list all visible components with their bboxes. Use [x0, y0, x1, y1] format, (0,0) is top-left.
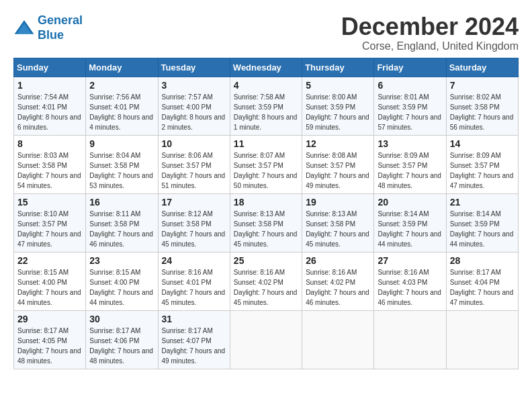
day-header-wednesday: Wednesday: [230, 58, 302, 77]
day-detail: Sunrise: 8:17 AM Sunset: 4:05 PM Dayligh…: [17, 327, 81, 365]
calendar-cell: 29 Sunrise: 8:17 AM Sunset: 4:05 PM Dayl…: [14, 310, 86, 369]
day-number: 11: [234, 138, 298, 149]
calendar-cell: 10 Sunrise: 8:06 AM Sunset: 3:57 PM Dayl…: [158, 135, 230, 193]
day-detail: Sunrise: 8:07 AM Sunset: 3:57 PM Dayligh…: [234, 152, 298, 189]
day-detail: Sunrise: 7:54 AM Sunset: 4:01 PM Dayligh…: [17, 93, 81, 131]
day-detail: Sunrise: 8:03 AM Sunset: 3:58 PM Dayligh…: [17, 152, 81, 189]
day-number: 25: [234, 255, 298, 266]
calendar-cell: 13 Sunrise: 8:09 AM Sunset: 3:57 PM Dayl…: [374, 135, 446, 193]
day-detail: Sunrise: 8:14 AM Sunset: 3:59 PM Dayligh…: [378, 210, 441, 248]
calendar-cell: 31 Sunrise: 8:17 AM Sunset: 4:07 PM Dayl…: [158, 310, 230, 369]
day-detail: Sunrise: 8:15 AM Sunset: 4:00 PM Dayligh…: [17, 269, 81, 306]
day-detail: Sunrise: 8:10 AM Sunset: 3:57 PM Dayligh…: [17, 210, 81, 248]
day-number: 22: [17, 255, 82, 266]
calendar-cell: 19 Sunrise: 8:13 AM Sunset: 3:58 PM Dayl…: [302, 193, 374, 252]
day-number: 12: [306, 138, 370, 149]
day-number: 15: [17, 197, 82, 208]
calendar-cell: 24 Sunrise: 8:16 AM Sunset: 4:01 PM Dayl…: [158, 252, 230, 310]
calendar-week-3: 15 Sunrise: 8:10 AM Sunset: 3:57 PM Dayl…: [14, 193, 519, 252]
page-header: General Blue December 2024 Corse, Englan…: [13, 13, 519, 52]
day-number: 13: [378, 138, 442, 149]
calendar-week-1: 1 Sunrise: 7:54 AM Sunset: 4:01 PM Dayli…: [14, 77, 519, 135]
day-number: 1: [17, 80, 82, 91]
day-header-saturday: Saturday: [446, 58, 518, 77]
day-number: 3: [162, 80, 226, 91]
day-number: 17: [162, 197, 226, 208]
calendar-cell: 27 Sunrise: 8:16 AM Sunset: 4:03 PM Dayl…: [374, 252, 446, 310]
day-number: 18: [234, 197, 298, 208]
calendar-cell: 30 Sunrise: 8:17 AM Sunset: 4:06 PM Dayl…: [86, 310, 158, 369]
day-number: 6: [378, 80, 442, 91]
day-detail: Sunrise: 8:02 AM Sunset: 3:58 PM Dayligh…: [450, 93, 514, 131]
day-detail: Sunrise: 8:01 AM Sunset: 3:59 PM Dayligh…: [378, 93, 441, 131]
calendar-cell: 25 Sunrise: 8:16 AM Sunset: 4:02 PM Dayl…: [230, 252, 302, 310]
calendar-table: SundayMondayTuesdayWednesdayThursdayFrid…: [13, 58, 519, 369]
calendar-cell: 22 Sunrise: 8:15 AM Sunset: 4:00 PM Dayl…: [14, 252, 86, 310]
calendar-cell: 21 Sunrise: 8:14 AM Sunset: 3:59 PM Dayl…: [446, 193, 518, 252]
calendar-header-row: SundayMondayTuesdayWednesdayThursdayFrid…: [14, 58, 519, 77]
day-detail: Sunrise: 8:17 AM Sunset: 4:06 PM Dayligh…: [89, 327, 153, 365]
calendar-cell: 9 Sunrise: 8:04 AM Sunset: 3:58 PM Dayli…: [86, 135, 158, 193]
day-number: 2: [89, 80, 154, 91]
day-number: 23: [89, 255, 154, 266]
day-detail: Sunrise: 8:17 AM Sunset: 4:04 PM Dayligh…: [450, 269, 514, 306]
calendar-cell: [230, 310, 302, 369]
day-detail: Sunrise: 8:17 AM Sunset: 4:07 PM Dayligh…: [162, 327, 226, 365]
calendar-cell: 4 Sunrise: 7:58 AM Sunset: 3:59 PM Dayli…: [230, 77, 302, 135]
day-detail: Sunrise: 8:00 AM Sunset: 3:59 PM Dayligh…: [306, 93, 369, 131]
day-number: 8: [17, 138, 82, 149]
day-header-tuesday: Tuesday: [158, 58, 230, 77]
day-number: 14: [450, 138, 515, 149]
calendar-cell: 2 Sunrise: 7:56 AM Sunset: 4:01 PM Dayli…: [86, 77, 158, 135]
day-number: 31: [162, 314, 226, 324]
day-detail: Sunrise: 7:58 AM Sunset: 3:59 PM Dayligh…: [234, 93, 298, 131]
day-number: 26: [306, 255, 370, 266]
day-detail: Sunrise: 8:12 AM Sunset: 3:58 PM Dayligh…: [162, 210, 226, 248]
calendar-cell: 18 Sunrise: 8:13 AM Sunset: 3:58 PM Dayl…: [230, 193, 302, 252]
calendar-week-2: 8 Sunrise: 8:03 AM Sunset: 3:58 PM Dayli…: [14, 135, 519, 193]
calendar-cell: 20 Sunrise: 8:14 AM Sunset: 3:59 PM Dayl…: [374, 193, 446, 252]
day-number: 19: [306, 197, 370, 208]
calendar-cell: 15 Sunrise: 8:10 AM Sunset: 3:57 PM Dayl…: [14, 193, 86, 252]
calendar-cell: [374, 310, 446, 369]
day-number: 5: [306, 80, 370, 91]
calendar-cell: 11 Sunrise: 8:07 AM Sunset: 3:57 PM Dayl…: [230, 135, 302, 193]
calendar-cell: 28 Sunrise: 8:17 AM Sunset: 4:04 PM Dayl…: [446, 252, 518, 310]
logo-text: General Blue: [38, 13, 83, 42]
day-detail: Sunrise: 8:09 AM Sunset: 3:57 PM Dayligh…: [378, 152, 441, 189]
day-detail: Sunrise: 8:04 AM Sunset: 3:58 PM Dayligh…: [89, 152, 153, 189]
day-number: 21: [450, 197, 515, 208]
logo: General Blue: [13, 13, 83, 42]
calendar-cell: 17 Sunrise: 8:12 AM Sunset: 3:58 PM Dayl…: [158, 193, 230, 252]
day-detail: Sunrise: 7:57 AM Sunset: 4:00 PM Dayligh…: [162, 93, 226, 131]
day-detail: Sunrise: 8:13 AM Sunset: 3:58 PM Dayligh…: [234, 210, 298, 248]
day-number: 28: [450, 255, 515, 266]
day-detail: Sunrise: 8:16 AM Sunset: 4:02 PM Dayligh…: [234, 269, 298, 306]
day-detail: Sunrise: 8:16 AM Sunset: 4:03 PM Dayligh…: [378, 269, 441, 306]
day-number: 29: [17, 314, 82, 324]
location: Corse, England, United Kingdom: [341, 40, 519, 52]
day-detail: Sunrise: 8:14 AM Sunset: 3:59 PM Dayligh…: [450, 210, 514, 248]
calendar-week-4: 22 Sunrise: 8:15 AM Sunset: 4:00 PM Dayl…: [14, 252, 519, 310]
day-header-thursday: Thursday: [302, 58, 374, 77]
day-detail: Sunrise: 8:06 AM Sunset: 3:57 PM Dayligh…: [162, 152, 226, 189]
calendar-cell: 7 Sunrise: 8:02 AM Sunset: 3:58 PM Dayli…: [446, 77, 518, 135]
logo-icon: [13, 19, 35, 38]
day-detail: Sunrise: 8:16 AM Sunset: 4:02 PM Dayligh…: [306, 269, 369, 306]
calendar-cell: 14 Sunrise: 8:09 AM Sunset: 3:57 PM Dayl…: [446, 135, 518, 193]
day-detail: Sunrise: 8:16 AM Sunset: 4:01 PM Dayligh…: [162, 269, 226, 306]
calendar-cell: 26 Sunrise: 8:16 AM Sunset: 4:02 PM Dayl…: [302, 252, 374, 310]
day-detail: Sunrise: 8:13 AM Sunset: 3:58 PM Dayligh…: [306, 210, 369, 248]
day-detail: Sunrise: 8:09 AM Sunset: 3:57 PM Dayligh…: [450, 152, 514, 189]
day-detail: Sunrise: 8:11 AM Sunset: 3:58 PM Dayligh…: [89, 210, 153, 248]
day-detail: Sunrise: 8:08 AM Sunset: 3:57 PM Dayligh…: [306, 152, 369, 189]
day-detail: Sunrise: 8:15 AM Sunset: 4:00 PM Dayligh…: [89, 269, 153, 306]
calendar-cell: [446, 310, 518, 369]
calendar-cell: 5 Sunrise: 8:00 AM Sunset: 3:59 PM Dayli…: [302, 77, 374, 135]
day-header-monday: Monday: [86, 58, 158, 77]
calendar-cell: 23 Sunrise: 8:15 AM Sunset: 4:00 PM Dayl…: [86, 252, 158, 310]
day-number: 30: [89, 314, 154, 324]
calendar-cell: 6 Sunrise: 8:01 AM Sunset: 3:59 PM Dayli…: [374, 77, 446, 135]
calendar-week-5: 29 Sunrise: 8:17 AM Sunset: 4:05 PM Dayl…: [14, 310, 519, 369]
month-title: December 2024: [341, 13, 519, 40]
